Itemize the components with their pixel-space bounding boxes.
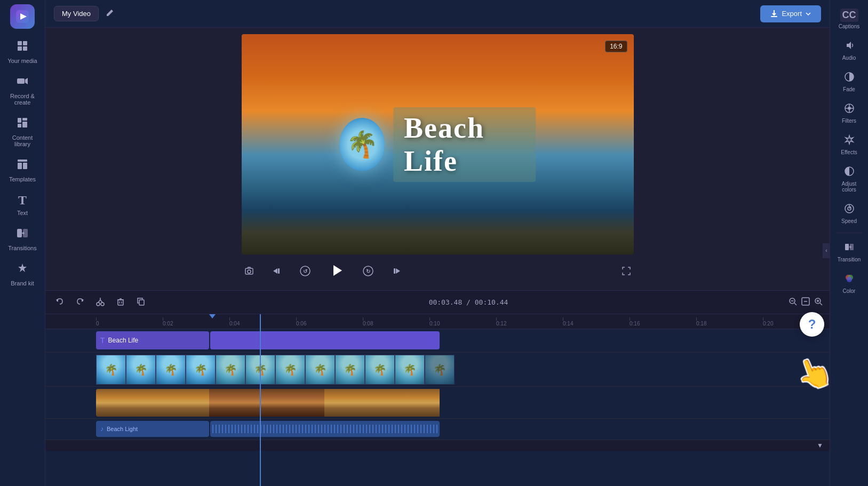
sidebar-item-label: Text — [17, 210, 28, 216]
svg-rect-9 — [22, 118, 27, 121]
delete-button[interactable] — [113, 294, 129, 310]
right-sidebar-item-fade[interactable]: Fade — [832, 67, 866, 97]
timeline-section: 00:03.48 / 00:10.44 — [45, 290, 830, 486]
timeline-toolbar: 00:03.48 / 00:10.44 — [45, 291, 830, 314]
content-library-icon — [16, 116, 29, 132]
right-sidebar-item-transition[interactable]: Transition — [832, 237, 866, 267]
beach-life-text: Beach Life — [393, 107, 536, 182]
playback-controls: ↺ ↻ — [242, 254, 634, 290]
skip-back-button[interactable] — [269, 264, 284, 281]
title-icon: T — [100, 336, 105, 345]
ruler-mark: 0:16 — [630, 321, 696, 326]
right-sidebar-item-effects[interactable]: Effects — [832, 130, 866, 160]
svg-rect-18 — [771, 16, 777, 17]
right-sidebar-item-filters[interactable]: Filters — [832, 99, 866, 128]
audio-clip-label: Beach Light — [107, 426, 138, 432]
fade-icon — [844, 71, 855, 85]
aspect-ratio-badge[interactable]: 16:9 — [605, 41, 627, 52]
thumb-item: 🌴 — [96, 355, 126, 385]
undo-button[interactable] — [52, 294, 68, 310]
copy-button[interactable] — [133, 294, 149, 310]
timeline-ruler[interactable]: 0 0:02 0:04 0:06 0:08 0:10 0:12 0:14 0:1… — [45, 314, 830, 329]
templates-icon — [16, 158, 29, 174]
svg-marker-7 — [25, 78, 28, 84]
timecode: 00:03.48 / 00:10.44 — [153, 298, 784, 306]
right-sidebar-item-color[interactable]: Color — [832, 269, 866, 298]
help-button[interactable]: ? — [800, 312, 824, 337]
thumb-item: 🌴 — [395, 355, 425, 385]
zoom-out-button[interactable] — [788, 297, 798, 308]
ruler-mark: 0:12 — [496, 321, 563, 326]
color-icon — [844, 273, 855, 286]
right-sidebar-item-captions[interactable]: CC Captions — [832, 4, 866, 34]
thumbnail-strip[interactable]: 🌴 🌴 🌴 🌴 🌴 🌴 🌴 🌴 🌴 🌴 — [96, 355, 455, 385]
svg-marker-30 — [56, 299, 58, 302]
center-panel: My Video Export — [45, 0, 830, 486]
sidebar-item-record-create[interactable]: Record & create — [3, 70, 43, 110]
preview-container: 🌴 Beach Life 16:9 — [45, 28, 830, 290]
record-create-icon — [16, 75, 29, 91]
audio-note-icon: ♪ — [100, 425, 103, 433]
beach-life-overlay: 🌴 Beach Life — [339, 107, 536, 182]
right-sidebar-item-audio[interactable]: Audio — [832, 36, 866, 65]
thumbnails-track-row: 🌴 🌴 🌴 🌴 🌴 🌴 🌴 🌴 🌴 🌴 — [45, 353, 830, 387]
rewind-button[interactable]: ↺ — [297, 263, 313, 282]
svg-marker-31 — [82, 299, 84, 302]
svg-rect-8 — [18, 118, 21, 123]
rename-icon[interactable] — [105, 8, 115, 20]
fit-button[interactable] — [801, 297, 810, 308]
audio-clip-left[interactable]: ♪ Beach Light — [96, 421, 209, 437]
cut-button[interactable] — [92, 294, 108, 310]
sidebar-item-content-library[interactable]: Content library — [3, 112, 43, 152]
audio-track-row: ♪ Beach Light — [45, 419, 830, 440]
right-sidebar-item-speed[interactable]: Speed — [832, 199, 866, 228]
thumb-item: 🌴 — [335, 355, 365, 385]
svg-rect-22 — [278, 268, 280, 274]
sidebar-item-your-media[interactable]: Your media — [3, 35, 43, 68]
title-clip-label: Beach Life — [108, 337, 139, 344]
sidebar-item-transitions[interactable]: Transitions — [3, 222, 43, 256]
footage-strip[interactable] — [96, 389, 442, 417]
sidebar-item-templates[interactable]: Templates — [3, 154, 43, 187]
zoom-in-button[interactable] — [814, 297, 823, 308]
sidebar-item-label: Your media — [7, 58, 37, 64]
right-sidebar-label: Captions — [839, 23, 859, 29]
screenshot-button[interactable] — [242, 264, 257, 281]
thumb-item: 🌴 — [156, 355, 186, 385]
svg-point-68 — [847, 277, 852, 282]
audio-icon — [844, 40, 855, 53]
help-icon: ? — [808, 317, 816, 332]
zoom-controls — [788, 297, 823, 308]
right-sidebar: ‹ CC Captions Audio Fade — [830, 0, 868, 486]
right-sidebar-item-adjust-colors[interactable]: Adjust colors — [832, 162, 866, 197]
ruler-mark: 0:04 — [229, 321, 296, 326]
svg-line-34 — [98, 300, 100, 302]
redo-button[interactable] — [72, 294, 88, 310]
thumb-item: 🌴 — [365, 355, 395, 385]
export-button[interactable]: Export — [760, 5, 821, 22]
title-clip-left[interactable]: T Beach Life — [96, 331, 209, 349]
sidebar-item-text[interactable]: T Text — [3, 189, 43, 220]
title-clip-right[interactable] — [210, 331, 440, 349]
expand-chevron-icon[interactable]: ▼ — [817, 442, 823, 449]
right-sidebar-label: Transition — [838, 257, 861, 262]
project-name[interactable]: My Video — [54, 6, 99, 21]
audio-clip-right[interactable] — [210, 421, 440, 437]
svg-text:↻: ↻ — [366, 268, 370, 274]
svg-rect-4 — [18, 46, 22, 51]
left-sidebar: Your media Record & create Content libra… — [0, 0, 45, 486]
ruler-mark: 0:02 — [163, 321, 229, 326]
sidebar-item-brand-kit[interactable]: Brand kit — [3, 258, 43, 291]
footage-track-row — [45, 387, 830, 419]
right-sidebar-label: Audio — [842, 55, 856, 61]
audio-waveform — [212, 425, 437, 433]
footage-segment-right — [324, 389, 440, 417]
ruler-mark: 0:18 — [696, 321, 763, 326]
skip-forward-button[interactable] — [389, 264, 404, 281]
collapse-panel-arrow[interactable]: ‹ — [823, 243, 830, 258]
fullscreen-button[interactable] — [619, 264, 634, 281]
sidebar-item-label: Record & create — [5, 93, 41, 106]
ruler-mark: 0:10 — [429, 321, 496, 326]
play-button[interactable] — [326, 260, 347, 285]
forward-button[interactable]: ↻ — [360, 263, 376, 282]
